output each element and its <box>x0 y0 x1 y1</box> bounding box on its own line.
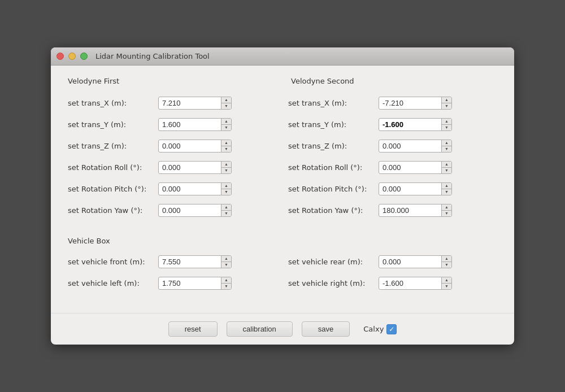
spinner-input[interactable] <box>379 162 441 173</box>
save-button[interactable]: save <box>302 321 350 337</box>
spinner-arrows: ▲▼ <box>441 119 451 130</box>
spinner-input[interactable] <box>379 97 441 109</box>
spinner-input[interactable] <box>379 204 441 216</box>
calibration-button[interactable]: calibration <box>227 321 293 337</box>
right-column: set trans_X (m):▲▼set trans_Y (m):▲▼set … <box>282 94 497 223</box>
increment-button[interactable]: ▲ <box>221 162 231 168</box>
decrement-button[interactable]: ▼ <box>442 146 451 152</box>
spinner-input[interactable] <box>159 119 221 130</box>
decrement-button[interactable]: ▼ <box>221 103 231 109</box>
spinner-arrows: ▲▼ <box>221 256 231 268</box>
increment-button[interactable]: ▲ <box>221 140 231 146</box>
decrement-button[interactable]: ▼ <box>221 284 231 289</box>
decrement-button[interactable]: ▼ <box>221 125 231 130</box>
spinner-wrap: ▲▼ <box>158 182 232 195</box>
increment-button[interactable]: ▲ <box>442 162 451 168</box>
decrement-button[interactable]: ▼ <box>221 211 231 216</box>
spinner-input[interactable] <box>379 140 441 152</box>
increment-button[interactable]: ▲ <box>442 119 451 125</box>
decrement-button[interactable]: ▼ <box>442 189 451 195</box>
spinner-wrap: ▲▼ <box>158 204 232 217</box>
form-row: set trans_X (m):▲▼ <box>288 94 497 111</box>
form-label: set Rotation Yaw (°): <box>68 206 158 215</box>
form-label: set Rotation Roll (°): <box>288 163 379 172</box>
spinner-wrap: ▲▼ <box>379 97 452 110</box>
spinner-input[interactable] <box>159 140 221 152</box>
spinner-wrap: ▲▼ <box>158 161 232 174</box>
form-label: set trans_X (m): <box>68 99 158 107</box>
spinner-arrows: ▲▼ <box>441 140 451 152</box>
spinner-wrap: ▲▼ <box>158 255 232 268</box>
spinner-input[interactable] <box>159 256 221 268</box>
form-label: set vehicle rear (m): <box>288 258 379 266</box>
decrement-button[interactable]: ▼ <box>221 168 231 173</box>
spinner-input[interactable] <box>159 97 221 109</box>
increment-button[interactable]: ▲ <box>221 119 231 125</box>
increment-button[interactable]: ▲ <box>442 277 451 284</box>
increment-button[interactable]: ▲ <box>221 204 231 211</box>
increment-button[interactable]: ▲ <box>442 256 451 262</box>
spinner-wrap: ▲▼ <box>158 97 232 110</box>
spinner-input[interactable] <box>379 256 441 268</box>
decrement-button[interactable]: ▼ <box>442 103 451 109</box>
increment-button[interactable]: ▲ <box>221 256 231 262</box>
spinner-input[interactable] <box>379 183 441 195</box>
section-headers: Velodyne First Velodyne Second <box>68 77 497 85</box>
form-row: set Rotation Yaw (°):▲▼ <box>68 202 277 219</box>
decrement-button[interactable]: ▼ <box>221 262 231 268</box>
decrement-button[interactable]: ▼ <box>221 146 231 152</box>
form-row: set Rotation Pitch (°):▲▼ <box>68 180 277 197</box>
close-button[interactable] <box>56 53 64 60</box>
window-title: Lidar Mounting Calibration Tool <box>95 52 210 60</box>
calxy-checkbox[interactable]: ✓ <box>386 324 397 334</box>
form-label: set vehicle right (m): <box>288 279 379 288</box>
form-label: set trans_Z (m): <box>288 142 379 150</box>
spinner-input[interactable] <box>379 277 441 289</box>
form-label: set Rotation Pitch (°): <box>68 185 158 193</box>
decrement-button[interactable]: ▼ <box>442 125 451 130</box>
form-row: set trans_Y (m):▲▼ <box>68 116 277 133</box>
vehicle-left-column: set vehicle front (m):▲▼set vehicle left… <box>68 253 282 296</box>
minimize-button[interactable] <box>68 53 76 60</box>
spinner-arrows: ▲▼ <box>441 256 451 268</box>
calxy-label: Calxy <box>363 325 384 333</box>
increment-button[interactable]: ▲ <box>221 277 231 284</box>
content-area: Velodyne First Velodyne Second set trans… <box>51 66 514 307</box>
form-label: set vehicle front (m): <box>68 258 158 266</box>
decrement-button[interactable]: ▼ <box>442 168 451 173</box>
spinner-arrows: ▲▼ <box>221 162 231 173</box>
decrement-button[interactable]: ▼ <box>442 284 451 289</box>
left-section-header: Velodyne First <box>68 77 119 85</box>
spinner-arrows: ▲▼ <box>221 204 231 216</box>
spinner-input[interactable] <box>159 183 221 195</box>
form-row: set Rotation Roll (°):▲▼ <box>68 159 277 176</box>
spinner-input[interactable] <box>159 277 221 289</box>
form-label: set Rotation Yaw (°): <box>288 206 379 215</box>
vehicle-box-header: Vehicle Box <box>68 237 497 245</box>
form-row: set trans_Y (m):▲▼ <box>288 116 497 133</box>
increment-button[interactable]: ▲ <box>442 140 451 146</box>
spinner-input[interactable] <box>159 162 221 173</box>
spinner-input[interactable] <box>159 204 221 216</box>
spinner-wrap: ▲▼ <box>379 182 452 195</box>
form-label: set trans_X (m): <box>288 99 379 107</box>
increment-button[interactable]: ▲ <box>221 183 231 189</box>
form-label: set trans_Y (m): <box>288 120 379 129</box>
left-column: set trans_X (m):▲▼set trans_Y (m):▲▼set … <box>68 94 282 223</box>
reset-button[interactable]: reset <box>168 321 218 337</box>
increment-button[interactable]: ▲ <box>442 204 451 211</box>
maximize-button[interactable] <box>80 53 88 60</box>
form-row: set trans_Z (m):▲▼ <box>288 137 497 154</box>
form-label: set vehicle left (m): <box>68 279 158 288</box>
decrement-button[interactable]: ▼ <box>442 262 451 268</box>
spinner-arrows: ▲▼ <box>441 162 451 173</box>
decrement-button[interactable]: ▼ <box>221 189 231 195</box>
increment-button[interactable]: ▲ <box>442 183 451 189</box>
spinner-arrows: ▲▼ <box>441 97 451 109</box>
spinner-wrap: ▲▼ <box>379 255 452 268</box>
spinner-input[interactable] <box>379 119 441 130</box>
increment-button[interactable]: ▲ <box>442 97 451 103</box>
decrement-button[interactable]: ▼ <box>442 211 451 216</box>
increment-button[interactable]: ▲ <box>221 97 231 103</box>
spinner-wrap: ▲▼ <box>379 118 452 131</box>
